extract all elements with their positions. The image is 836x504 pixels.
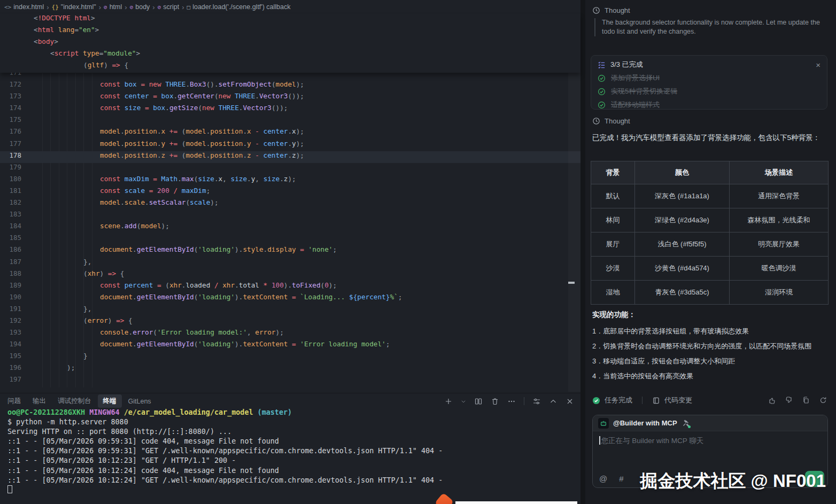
terminal-cursor: [7, 485, 12, 493]
trash-icon[interactable]: [491, 397, 499, 406]
more-actions-icon[interactable]: [507, 397, 516, 406]
panel-tab-调试控制台[interactable]: 调试控制台: [58, 397, 91, 406]
panel-tab-GitLens[interactable]: GitLens: [128, 398, 151, 405]
code-line[interactable]: 172const box = new THREE.Box3().setFromO…: [0, 80, 580, 92]
sticky-line[interactable]: <script type="module">: [0, 49, 580, 61]
line-number: 185: [0, 234, 21, 245]
table-cell: 通用深色背景: [730, 184, 829, 208]
check-circle-icon: [598, 88, 606, 96]
code-line[interactable]: 184scene.add(model);: [0, 222, 580, 234]
thumbs-down-icon[interactable]: [785, 396, 793, 405]
thought-header[interactable]: Thought: [592, 6, 630, 14]
table-header-cell: 场景描述: [730, 161, 829, 184]
code-line[interactable]: 189const percent = (xhr.loaded / xhr.tot…: [0, 281, 580, 293]
breadcrumb-separator: ›: [125, 3, 127, 11]
line-number: 186: [0, 245, 21, 257]
breadcrumb-item[interactable]: {}"index.html": [52, 3, 96, 11]
panel-tab-问题[interactable]: 问题: [7, 397, 21, 406]
thought-header[interactable]: Thought: [592, 117, 630, 125]
code-line[interactable]: 196);: [0, 363, 580, 375]
panel-toolbar: [444, 393, 574, 409]
todo-list: 添加背景选择UI实现5种背景切换逻辑适配移动端样式: [598, 73, 820, 110]
feature-item: 4．当前选中的按钮会有高亮效果: [592, 369, 830, 384]
tools-status-dot: [688, 425, 691, 428]
code-line[interactable]: 182model.scale.setScalar(scale);: [0, 198, 580, 210]
maximize-panel-icon[interactable]: [549, 397, 558, 406]
code-line[interactable]: 185: [0, 234, 580, 245]
hashtag-icon[interactable]: #: [619, 474, 623, 483]
todo-collapse-icon[interactable]: ×: [816, 61, 820, 69]
mention-icon[interactable]: @: [599, 474, 607, 483]
code-line[interactable]: 175: [0, 115, 580, 127]
breadcrumb-item[interactable]: ⊘html: [104, 3, 122, 11]
chat-agent-bar[interactable]: @Builder with MCP: [593, 415, 827, 431]
scrollbar-marker: [568, 282, 575, 284]
assistant-summary: 已完成！我为汽车模型查看器添加了背景选择功能，包含以下5种背景：: [592, 133, 827, 143]
panel-tab-输出[interactable]: 输出: [33, 397, 46, 406]
code-line[interactable]: 176model.position.x += (model.position.x…: [0, 127, 580, 139]
code-line[interactable]: 180const maxDim = Math.max(size.x, size.…: [0, 175, 580, 187]
split-panel-icon[interactable]: [474, 397, 483, 406]
assistant-panel: Thought The background selector function…: [585, 0, 836, 504]
code-line[interactable]: 192(error) => {: [0, 316, 580, 328]
code-line[interactable]: 178model.position.z += (model.position.z…: [0, 151, 580, 163]
code-line[interactable]: 179: [0, 163, 580, 175]
chat-textarea[interactable]: 您正在与 Builder with MCP 聊天: [593, 431, 827, 451]
breadcrumb: <>index.html›{}"index.html"›⊘html›⊘body›…: [0, 0, 580, 14]
code-line[interactable]: 186document.getElementById('loading').st…: [0, 245, 580, 257]
check-circle-icon: [598, 74, 606, 82]
table-cell: 湿润环境: [730, 281, 829, 305]
sticky-line[interactable]: <body>: [0, 37, 580, 49]
breadcrumb-item[interactable]: ⊘script: [158, 3, 180, 11]
checklist-icon: [598, 61, 606, 69]
table-header: 背景颜色场景描述: [591, 161, 829, 184]
feature-item: 2．切换背景时会自动调整环境光和方向光的强度，以匹配不同场景氛围: [592, 339, 830, 354]
tools-icon[interactable]: [682, 419, 690, 428]
sticky-line[interactable]: <!DOCTYPE html>: [0, 14, 580, 26]
table-body: 默认深灰色 (#1a1a1a)通用深色背景林间深绿色 (#2d4a3e)森林氛围…: [591, 184, 829, 305]
copy-icon[interactable]: [802, 396, 810, 405]
line-number: 172: [0, 80, 21, 92]
code-line[interactable]: 187},: [0, 258, 580, 269]
code-icon: <>: [4, 4, 11, 11]
code-changes-label[interactable]: 代码变更: [664, 396, 692, 405]
code-editor[interactable]: 171172const box = new THREE.Box3().setFr…: [0, 68, 580, 387]
code-line[interactable]: 177model.position.y += (model.position.y…: [0, 139, 580, 151]
regenerate-icon[interactable]: [819, 396, 827, 405]
code-line[interactable]: 197: [0, 375, 580, 387]
features-title: 实现的功能：: [592, 310, 636, 320]
line-number: 176: [0, 127, 21, 139]
todo-header: 3/3 已完成 ×: [598, 60, 820, 69]
panel-settings-icon[interactable]: [532, 397, 541, 406]
breadcrumb-label: loader.load('./scene.gltf') callback: [192, 3, 290, 11]
todo-item-label: 实现5种背景切换逻辑: [611, 87, 677, 96]
panel-tab-终端[interactable]: 终端: [98, 394, 122, 408]
new-terminal-icon[interactable]: [444, 397, 453, 406]
line-number: 197: [0, 375, 21, 387]
code-line[interactable]: 173const center = box.getCenter(new THRE…: [0, 92, 580, 104]
terminal-output[interactable]: oo@PC-20211228GXKH MINGW64 /e/car_model_…: [7, 408, 443, 495]
table-row: 林间深绿色 (#2d4a3e)森林氛围，光线柔和: [591, 208, 829, 232]
sticky-line[interactable]: (gltf) => {: [0, 61, 580, 73]
code-line[interactable]: 181const scale = 200 / maxDim;: [0, 187, 580, 198]
todo-card: 3/3 已完成 × 添加背景选择UI实现5种背景切换逻辑适配移动端样式: [591, 55, 827, 110]
line-number: 180: [0, 175, 21, 187]
code-line[interactable]: 194document.getElementById('loading').te…: [0, 340, 580, 352]
robot-icon: [600, 420, 607, 427]
sticky-line[interactable]: <html lang="en">: [0, 26, 580, 37]
code-line[interactable]: 174const size = box.getSize(new THREE.Ve…: [0, 104, 580, 115]
breadcrumb-item[interactable]: <>index.html: [4, 3, 44, 11]
code-line[interactable]: 193console.error('Error loading model:',…: [0, 328, 580, 340]
task-complete-label: 任务完成: [605, 396, 632, 405]
close-panel-icon[interactable]: [566, 397, 574, 406]
line-number: 188: [0, 269, 21, 281]
code-line[interactable]: 191},: [0, 305, 580, 316]
code-line[interactable]: 190document.getElementById('loading').te…: [0, 293, 580, 305]
terminal-dropdown-icon[interactable]: [461, 397, 466, 406]
code-line[interactable]: 188(xhr) => {: [0, 269, 580, 281]
breadcrumb-item[interactable]: □loader.load('./scene.gltf') callback: [187, 3, 291, 11]
breadcrumb-item[interactable]: ⊘body: [130, 3, 150, 11]
code-line[interactable]: 183: [0, 210, 580, 222]
code-line[interactable]: 195}: [0, 352, 580, 363]
thumbs-up-icon[interactable]: [768, 396, 776, 405]
